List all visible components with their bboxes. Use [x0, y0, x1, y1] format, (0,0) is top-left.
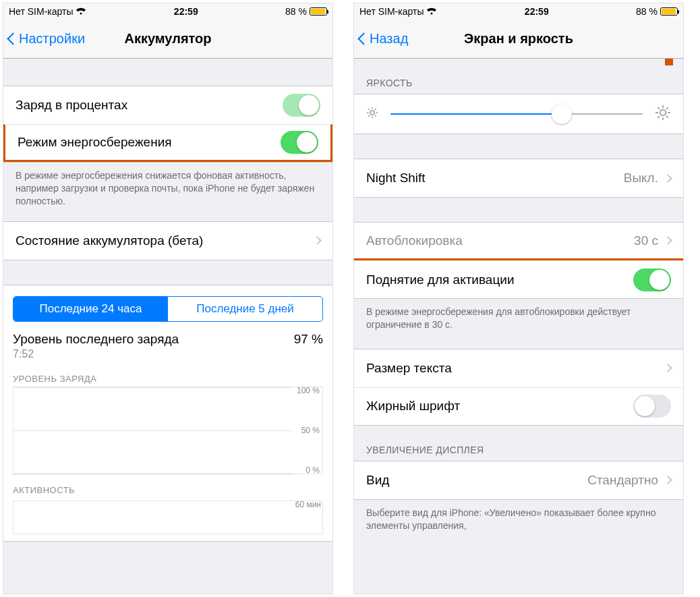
clock: 22:59	[174, 6, 198, 17]
y-100: 100 %	[297, 386, 320, 395]
chart-title: УРОВЕНЬ ЗАРЯДА	[13, 366, 323, 387]
toggle-group: Заряд в процентах Режим энергосбережения	[3, 86, 332, 163]
clock: 22:59	[525, 6, 549, 17]
phone-battery-screen: Нет SIM-карты 22:59 88 % Настройки Аккум…	[3, 3, 333, 594]
low-power-row[interactable]: Режим энергосбережения	[3, 124, 332, 162]
brightness-slider[interactable]	[390, 113, 643, 115]
svg-point-10	[660, 110, 666, 115]
segment-5d[interactable]: Последние 5 дней	[168, 297, 322, 321]
act-60m: 60 мин	[295, 500, 321, 509]
svg-line-7	[375, 115, 376, 117]
svg-line-6	[368, 109, 370, 110]
svg-line-8	[368, 115, 370, 117]
cell-label: Вид	[366, 473, 389, 488]
chevron-right-icon	[664, 236, 672, 245]
percent-toggle-row[interactable]: Заряд в процентах	[3, 86, 332, 124]
last-charge-label: Уровень последнего заряда	[13, 331, 179, 347]
status-bar: Нет SIM-карты 22:59 88 %	[354, 3, 683, 20]
battery-percent: 88 %	[636, 6, 658, 17]
cell-label: Жирный шрифт	[366, 399, 460, 414]
nav-bar: Настройки Аккумулятор	[3, 20, 332, 59]
nav-bar: Назад Экран и яркость	[354, 20, 683, 59]
svg-line-16	[666, 116, 668, 118]
back-button[interactable]: Настройки	[9, 31, 85, 47]
display-view-row[interactable]: Вид Стандартно	[354, 461, 683, 499]
back-button[interactable]: Назад	[359, 31, 408, 47]
chevron-right-icon	[664, 364, 672, 372]
cell-label: Заряд в процентах	[16, 98, 127, 113]
raise-to-wake-row[interactable]: Поднятие для активации	[354, 260, 683, 298]
cell-label: Поднятие для активации	[366, 273, 515, 287]
low-power-toggle[interactable]	[281, 131, 318, 154]
battery-percent: 88 %	[285, 6, 307, 17]
zoom-header: УВЕЛИЧЕНИЕ ДИСПЛЕЯ	[354, 426, 683, 461]
svg-line-17	[658, 116, 660, 118]
battery-health-row[interactable]: Состояние аккумулятора (бета)	[3, 222, 332, 260]
sun-large-icon	[655, 105, 671, 123]
chevron-left-icon	[359, 31, 370, 47]
sun-small-icon	[366, 107, 378, 121]
segment-24h[interactable]: Последние 24 часа	[13, 297, 168, 321]
time-range-segmented[interactable]: Последние 24 часа Последние 5 дней	[13, 296, 323, 322]
chevron-right-icon	[313, 236, 322, 245]
svg-line-18	[666, 107, 668, 109]
chevron-right-icon	[664, 174, 672, 183]
phone-display-screen: Нет SIM-карты 22:59 88 % Назад Экран и я…	[353, 3, 684, 594]
chevron-right-icon	[664, 476, 672, 484]
activity-chart: 60 мин	[13, 501, 323, 534]
cell-label: Режим энергосбережения	[18, 135, 172, 150]
view-note: Выберите вид для iPhone: «Увеличено» пок…	[354, 500, 683, 536]
autolock-note: В режиме энергосбережения для автоблокир…	[354, 299, 683, 335]
battery-icon	[660, 7, 678, 16]
svg-line-15	[658, 107, 660, 109]
back-label: Назад	[370, 31, 408, 47]
y-50: 50 %	[301, 426, 320, 435]
carrier-text: Нет SIM-карты	[359, 6, 424, 17]
cell-label: Размер текста	[366, 361, 452, 376]
text-size-row[interactable]: Размер текста	[354, 349, 683, 387]
brightness-slider-row[interactable]	[354, 94, 683, 134]
raise-to-wake-toggle[interactable]	[633, 268, 671, 291]
wifi-icon	[76, 7, 86, 16]
chevron-left-icon	[9, 31, 19, 47]
bold-text-row[interactable]: Жирный шрифт	[354, 387, 683, 425]
last-charge-block: Уровень последнего заряда 97 % 7:52	[3, 329, 332, 366]
svg-line-9	[375, 109, 376, 110]
battery-level-chart: 100 % 50 % 0 %	[13, 387, 323, 474]
status-bar: Нет SIM-карты 22:59 88 %	[3, 3, 332, 20]
svg-point-1	[370, 111, 374, 115]
cell-label: Night Shift	[366, 171, 426, 186]
cell-value: 30 с	[634, 233, 658, 248]
y-0: 0 %	[305, 465, 320, 475]
bold-text-toggle[interactable]	[633, 395, 671, 418]
battery-icon	[310, 7, 327, 16]
autolock-row[interactable]: Автоблокировка 30 с	[354, 223, 683, 260]
cell-value: Стандартно	[587, 473, 658, 488]
cell-value: Выкл.	[624, 171, 658, 186]
cell-label: Состояние аккумулятора (бета)	[16, 233, 203, 248]
back-label: Настройки	[19, 31, 85, 47]
wifi-icon	[426, 7, 437, 16]
activity-title: АКТИВНОСТЬ	[13, 477, 323, 498]
night-shift-row[interactable]: Night Shift Выкл.	[354, 159, 683, 197]
last-charge-time: 7:52	[13, 348, 323, 360]
last-charge-percent: 97 %	[294, 332, 323, 347]
brightness-header: ЯРКОСТЬ	[354, 59, 683, 94]
low-power-note: В режиме энергосбережения снижается фоно…	[3, 163, 332, 212]
cell-label: Автоблокировка	[366, 233, 463, 248]
percent-toggle[interactable]	[283, 94, 320, 117]
carrier-text: Нет SIM-карты	[9, 6, 73, 17]
